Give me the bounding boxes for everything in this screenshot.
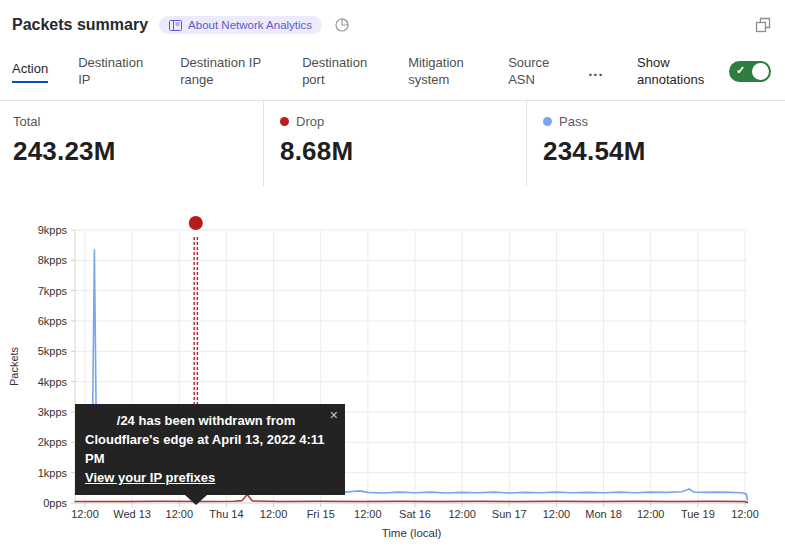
x-tick-label: 12:00	[71, 508, 99, 520]
dimension-tabs: ActionDestination IPDestination IP range…	[0, 42, 785, 100]
about-network-analytics-badge[interactable]: About Network Analytics	[159, 16, 322, 34]
stat-total: Total 243.23M	[0, 101, 263, 186]
chart-canvas: 0pps1kpps2kpps3kpps4kpps5kpps6kpps7kpps8…	[0, 201, 785, 551]
tab-label: Mitigation system	[408, 55, 464, 87]
more-tabs-button[interactable]: ...	[588, 66, 604, 76]
panel-header: Packets summary About Network Analytics	[0, 0, 785, 40]
tab-destination-ip[interactable]: Destination IP	[78, 54, 150, 88]
y-tick-label: 1kpps	[38, 467, 68, 479]
tab-destination-ip-range[interactable]: Destination IP range	[180, 54, 272, 88]
x-tick-label: 12:00	[448, 508, 476, 520]
x-tick-label: Fri 15	[307, 508, 335, 520]
y-tick-label: 6kpps	[38, 315, 68, 327]
stat-drop-value: 8.68M	[280, 136, 526, 167]
badge-label: About Network Analytics	[188, 19, 312, 31]
view-ip-prefixes-link[interactable]: View your IP prefixes	[85, 470, 215, 485]
tab-source-asn[interactable]: Source ASN	[508, 54, 558, 88]
stat-pass-label: Pass	[543, 114, 785, 129]
x-tick-label: 12:00	[637, 508, 665, 520]
y-axis-title: Packets	[8, 346, 20, 386]
tab-mitigation-system[interactable]: Mitigation system	[408, 54, 478, 88]
x-tick-label: Sat 16	[399, 508, 431, 520]
x-tick-label: Wed 13	[113, 508, 151, 520]
duplicate-icon[interactable]	[755, 17, 771, 33]
x-tick-label: Sun 17	[492, 508, 527, 520]
y-tick-label: 2kpps	[38, 436, 68, 448]
stat-pass: Pass 234.54M	[526, 101, 785, 186]
pass-legend-dot	[543, 117, 552, 126]
y-tick-label: 8kpps	[38, 254, 68, 266]
x-tick-label: Mon 18	[585, 508, 622, 520]
tooltip-line1: /24 has been withdrawn from	[85, 411, 335, 430]
y-tick-label: 4kpps	[38, 376, 68, 388]
y-tick-label: 9kpps	[38, 224, 68, 236]
tooltip-line2: Cloudflare's edge at April 13, 2022 4:11…	[85, 430, 335, 468]
tooltip-caret	[185, 495, 207, 505]
tab-label: Action	[12, 60, 48, 83]
book-icon	[169, 20, 182, 31]
tab-label: Destination IP	[78, 55, 143, 87]
show-annotations-group: Show annotations ✓	[637, 54, 771, 88]
x-tick-label: 12:00	[260, 508, 288, 520]
tab-label: Destination IP range	[180, 55, 261, 87]
page-title: Packets summary	[12, 16, 148, 34]
stat-total-value: 243.23M	[13, 136, 263, 167]
packets-chart: 0pps1kpps2kpps3kpps4kpps5kpps6kpps7kpps8…	[0, 201, 785, 555]
tab-action[interactable]: Action	[12, 60, 48, 83]
x-tick-label: 12:00	[354, 508, 382, 520]
stat-pass-value: 234.54M	[543, 136, 785, 167]
x-tick-label: Tue 19	[681, 508, 715, 520]
y-tick-label: 5kpps	[38, 345, 68, 357]
tab-destination-port[interactable]: Destination port	[302, 54, 378, 88]
x-tick-label: Thu 14	[209, 508, 243, 520]
y-tick-label: 7kpps	[38, 285, 68, 297]
stat-pass-label-text: Pass	[559, 114, 588, 129]
drop-legend-dot	[280, 117, 289, 126]
pie-timer-icon[interactable]	[334, 17, 350, 33]
stat-drop: Drop 8.68M	[263, 101, 526, 186]
stat-drop-label-text: Drop	[296, 114, 324, 129]
stats-row: Total 243.23M Drop 8.68M Pass 234.54M	[0, 100, 785, 186]
x-tick-label: 12:00	[166, 508, 194, 520]
show-annotations-toggle[interactable]: ✓	[729, 61, 771, 82]
stat-total-label: Total	[13, 114, 263, 129]
tab-label: Source ASN	[508, 55, 549, 87]
stat-drop-label: Drop	[280, 114, 526, 129]
close-icon[interactable]: ×	[330, 406, 338, 425]
tab-label: Destination port	[302, 55, 367, 87]
series-drop	[75, 495, 747, 503]
x-tick-label: 12:00	[543, 508, 571, 520]
y-tick-label: 0pps	[43, 497, 67, 509]
show-annotations-label: Show annotations	[637, 54, 717, 88]
x-axis-title: Time (local)	[382, 527, 442, 539]
toggle-knob	[752, 63, 769, 80]
annotation-dot[interactable]	[189, 216, 203, 230]
x-tick-label: 12:00	[731, 508, 759, 520]
check-icon: ✓	[736, 64, 745, 77]
y-tick-label: 3kpps	[38, 406, 68, 418]
annotation-tooltip: × /24 has been withdrawn from Cloudflare…	[75, 404, 345, 495]
